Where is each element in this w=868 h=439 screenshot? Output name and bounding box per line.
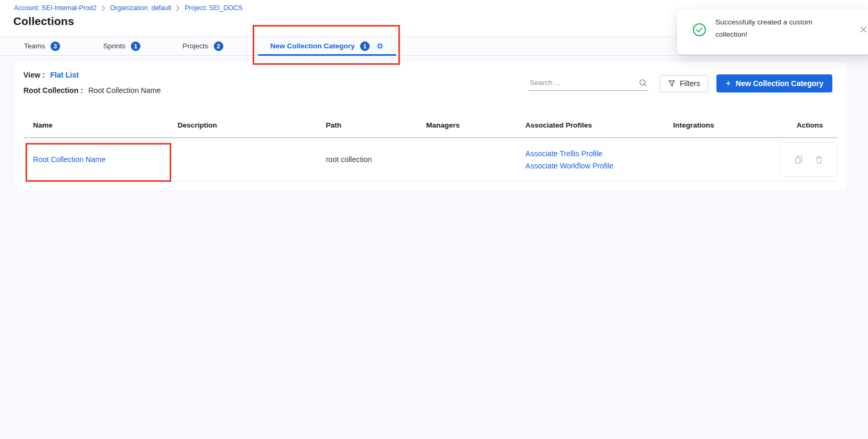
filters-button[interactable]: Filters <box>660 75 708 92</box>
collections-panel: View : Flat List Root Collection : Root … <box>15 62 846 189</box>
success-check-icon <box>692 23 706 39</box>
breadcrumb-account-link[interactable]: Account: SEI-Internal-Prod2 <box>14 4 97 12</box>
column-header-integrations: Integrations <box>663 121 787 129</box>
path-cell: root collection <box>326 155 372 164</box>
close-icon[interactable] <box>860 26 867 35</box>
tab-sprints[interactable]: Sprints 1 <box>103 37 140 55</box>
tab-new-collection-category[interactable]: New Collection Category 1 <box>258 37 396 55</box>
flat-list-link[interactable]: Flat List <box>50 71 79 79</box>
active-tab-indicator <box>258 54 396 56</box>
root-collection-value: Root Collection Name <box>88 86 161 95</box>
table-row: Root Collection Name root collection Ass… <box>23 138 838 181</box>
column-header-name: Name <box>23 121 168 129</box>
copy-icon[interactable] <box>794 155 804 165</box>
tab-projects[interactable]: Projects 2 <box>182 37 223 55</box>
column-header-associated-profiles: Associated Profiles <box>516 121 664 129</box>
search-icon[interactable] <box>639 79 647 87</box>
new-collection-category-button[interactable]: + New Collection Category <box>716 74 832 92</box>
column-header-path: Path <box>316 121 417 129</box>
chevron-right-icon <box>176 5 180 11</box>
count-badge: 2 <box>214 41 223 51</box>
filter-funnel-icon <box>668 80 675 87</box>
tab-label: Projects <box>182 42 208 50</box>
count-badge: 1 <box>131 41 140 51</box>
tab-label: Teams <box>24 42 45 50</box>
breadcrumb-organization-link[interactable]: Organization: default <box>110 4 171 12</box>
root-collection-label: Root Collection : <box>23 86 83 95</box>
count-badge: 1 <box>360 41 370 51</box>
success-toast: Successfully created a custom collection… <box>677 10 868 54</box>
breadcrumb: Account: SEI-Internal-Prod2 Organization… <box>14 4 243 12</box>
column-header-actions: Actions <box>787 121 838 129</box>
new-collection-category-button-label: New Collection Category <box>736 79 823 88</box>
toolbar: Filters + New Collection Category <box>529 74 832 92</box>
search-box <box>529 77 648 91</box>
view-label: View : <box>23 71 45 79</box>
gear-icon[interactable] <box>376 42 384 50</box>
tab-label: Sprints <box>103 42 126 50</box>
toast-message: Successfully created a custom collection… <box>715 16 842 40</box>
column-header-description: Description <box>168 121 316 129</box>
row-actions <box>780 142 838 177</box>
plus-icon: + <box>725 79 731 88</box>
chevron-right-icon <box>102 5 105 11</box>
view-info-block: View : Flat List Root Collection : Root … <box>23 71 161 95</box>
page-title: Collections <box>13 15 74 28</box>
tab-teams[interactable]: Teams 3 <box>24 37 60 55</box>
collection-name-link[interactable]: Root Collection Name <box>33 155 105 164</box>
associate-workflow-profile-link[interactable]: Associate Workflow Profile <box>525 162 613 170</box>
table-header-row: Name Description Path Managers Associate… <box>23 113 838 138</box>
delete-trash-icon[interactable] <box>814 155 824 165</box>
tab-label: New Collection Category <box>270 42 355 50</box>
count-badge: 3 <box>51 41 60 51</box>
associate-trellis-profile-link[interactable]: Associate Trellis Profile <box>525 149 603 158</box>
column-header-managers: Managers <box>416 121 516 129</box>
search-input[interactable] <box>530 79 639 87</box>
breadcrumb-project-link[interactable]: Project: SEI_DOCS <box>185 4 243 12</box>
filters-button-label: Filters <box>680 79 700 88</box>
collections-table: Name Description Path Managers Associate… <box>23 113 838 181</box>
